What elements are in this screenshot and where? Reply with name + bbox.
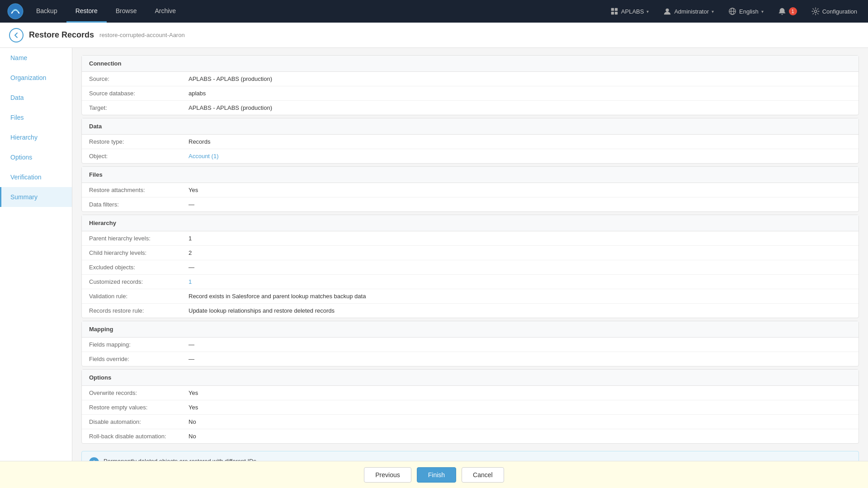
- hierarchy-body: Parent hierarchy levels: 1 Child hierarc…: [82, 231, 859, 318]
- field-target: Target: APLABS - APLABS (production): [82, 101, 859, 115]
- main-layout: Name Organization Data Files Hierarchy O…: [0, 48, 868, 461]
- connection-section: Connection Source: APLABS - APLABS (prod…: [81, 55, 859, 115]
- sidebar-item-files[interactable]: Files: [0, 108, 72, 127]
- back-button[interactable]: [9, 28, 24, 42]
- sidebar-item-options[interactable]: Options: [0, 147, 72, 167]
- previous-button[interactable]: Previous: [364, 467, 411, 483]
- restore-type-label: Restore type:: [89, 138, 189, 145]
- validation-rule-label: Validation rule:: [89, 293, 189, 300]
- field-restore-type: Restore type: Records: [82, 135, 859, 149]
- notification-count: 1: [789, 7, 797, 15]
- main-content: Connection Source: APLABS - APLABS (prod…: [72, 48, 868, 461]
- target-value: APLABS - APLABS (production): [189, 104, 272, 111]
- rollback-disable-automation-value: No: [189, 433, 196, 440]
- user-label: Administrator: [674, 8, 709, 15]
- footer: Previous Finish Cancel: [0, 461, 868, 488]
- object-label: Object:: [89, 153, 189, 160]
- connection-header: Connection: [82, 56, 859, 72]
- validation-rule-value: Record exists in Salesforce and parent l…: [189, 293, 366, 300]
- disable-automation-value: No: [189, 418, 196, 425]
- svg-rect-2: [615, 8, 618, 11]
- options-header: Options: [82, 370, 859, 386]
- nav-tab-archive[interactable]: Archive: [146, 0, 185, 23]
- info-icon: i: [89, 457, 99, 461]
- rollback-disable-automation-label: Roll-back disable automation:: [89, 433, 189, 440]
- info-box: i Permanently deleted objects are restor…: [81, 451, 859, 461]
- sidebar-item-hierarchy[interactable]: Hierarchy: [0, 127, 72, 147]
- data-body: Restore type: Records Object: Account (1…: [82, 135, 859, 163]
- customized-records-value[interactable]: 1: [189, 278, 192, 285]
- restore-type-value: Records: [189, 138, 210, 145]
- restore-attachments-label: Restore attachments:: [89, 187, 189, 193]
- nav-tab-backup[interactable]: Backup: [27, 0, 66, 23]
- configuration-link[interactable]: Configuration: [808, 5, 861, 17]
- restore-attachments-value: Yes: [189, 187, 198, 193]
- child-levels-value: 2: [189, 249, 192, 256]
- cancel-button[interactable]: Cancel: [462, 467, 504, 483]
- data-filters-label: Data filters:: [89, 201, 189, 208]
- sidebar-item-data[interactable]: Data: [0, 88, 72, 108]
- options-section: Options Overwrite records: Yes Restore e…: [81, 369, 859, 444]
- field-source-db: Source database: aplabs: [82, 86, 859, 101]
- language-label: English: [739, 8, 759, 15]
- source-value: APLABS - APLABS (production): [189, 75, 272, 82]
- field-rollback-disable-automation: Roll-back disable automation: No: [82, 429, 859, 443]
- data-filters-value: —: [189, 201, 194, 208]
- org-selector[interactable]: APLABS ▾: [607, 5, 653, 17]
- sidebar-item-organization[interactable]: Organization: [0, 68, 72, 88]
- lang-chevron: ▾: [761, 9, 764, 14]
- customized-records-label: Customized records:: [89, 278, 189, 285]
- connection-body: Source: APLABS - APLABS (production) Sou…: [82, 72, 859, 115]
- field-restore-attachments: Restore attachments: Yes: [82, 183, 859, 197]
- child-levels-label: Child hierarchy levels:: [89, 249, 189, 256]
- field-overwrite-records: Overwrite records: Yes: [82, 386, 859, 400]
- object-value[interactable]: Account (1): [189, 153, 218, 160]
- data-section: Data Restore type: Records Object: Accou…: [81, 118, 859, 164]
- hierarchy-section: Hierarchy Parent hierarchy levels: 1 Chi…: [81, 215, 859, 318]
- restore-empty-values-label: Restore empty values:: [89, 404, 189, 411]
- hierarchy-header: Hierarchy: [82, 215, 859, 231]
- org-chevron: ▾: [646, 9, 649, 14]
- notification-bell[interactable]: 1: [774, 5, 801, 17]
- field-excluded-objects: Excluded objects: —: [82, 260, 859, 275]
- sidebar-item-name[interactable]: Name: [0, 48, 72, 68]
- source-db-label: Source database:: [89, 90, 189, 97]
- files-body: Restore attachments: Yes Data filters: —: [82, 183, 859, 211]
- restore-empty-values-value: Yes: [189, 404, 198, 411]
- overwrite-records-value: Yes: [189, 389, 198, 396]
- nav-tab-restore[interactable]: Restore: [66, 0, 107, 23]
- user-chevron: ▾: [712, 9, 714, 14]
- fields-mapping-label: Fields mapping:: [89, 341, 189, 348]
- source-label: Source:: [89, 75, 189, 82]
- info-line1: Permanently deleted objects are restored…: [104, 458, 258, 461]
- info-text: Permanently deleted objects are restored…: [104, 457, 258, 461]
- records-restore-rule-label: Records restore rule:: [89, 307, 189, 314]
- field-source: Source: APLABS - APLABS (production): [82, 72, 859, 86]
- field-customized-records: Customized records: 1: [82, 275, 859, 289]
- mapping-section: Mapping Fields mapping: — Fields overrid…: [81, 321, 859, 366]
- page-header: Restore Records restore-corrupted-accoun…: [0, 23, 868, 48]
- field-object: Object: Account (1): [82, 149, 859, 163]
- field-restore-empty-values: Restore empty values: Yes: [82, 400, 859, 415]
- parent-levels-value: 1: [189, 235, 192, 242]
- mapping-header: Mapping: [82, 321, 859, 338]
- page-subtitle: restore-corrupted-account-Aaron: [99, 32, 185, 38]
- source-db-value: aplabs: [189, 90, 206, 97]
- field-child-levels: Child hierarchy levels: 2: [82, 246, 859, 260]
- records-restore-rule-value: Update lookup relationships and restore …: [189, 307, 335, 314]
- user-selector[interactable]: Administrator ▾: [660, 5, 717, 17]
- nav-tab-browse[interactable]: Browse: [107, 0, 146, 23]
- options-body: Overwrite records: Yes Restore empty val…: [82, 386, 859, 443]
- parent-levels-label: Parent hierarchy levels:: [89, 235, 189, 242]
- finish-button[interactable]: Finish: [417, 467, 456, 483]
- app-logo[interactable]: [7, 3, 24, 19]
- language-selector[interactable]: English ▾: [725, 5, 767, 17]
- excluded-objects-label: Excluded objects:: [89, 264, 189, 271]
- overwrite-records-label: Overwrite records:: [89, 389, 189, 396]
- field-parent-levels: Parent hierarchy levels: 1: [82, 231, 859, 246]
- field-records-restore-rule: Records restore rule: Update lookup rela…: [82, 304, 859, 318]
- sidebar-item-verification[interactable]: Verification: [0, 167, 72, 187]
- sidebar-item-summary[interactable]: Summary: [0, 187, 72, 207]
- page-title: Restore Records: [29, 30, 94, 40]
- mapping-body: Fields mapping: — Fields override: —: [82, 338, 859, 366]
